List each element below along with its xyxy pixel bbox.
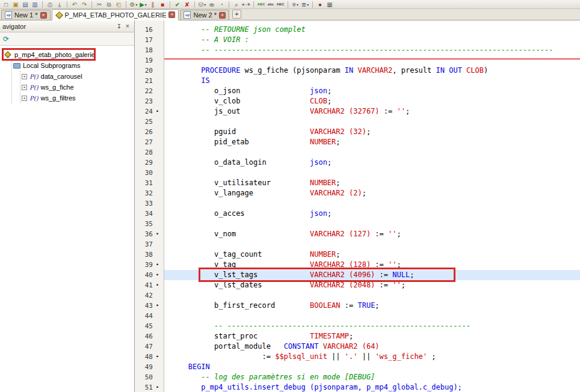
marker-empty	[153, 239, 162, 250]
tab-close-icon[interactable]: ✕	[219, 12, 226, 19]
tab-new-1[interactable]: sqlNew 1 *✕	[1, 10, 51, 20]
expand-icon[interactable]: +	[22, 74, 27, 79]
code-line-34[interactable]: 34 o_acces json;	[135, 209, 580, 219]
execute-dropdown-arrow[interactable]: ▾	[145, 2, 147, 7]
find-icon[interactable]: ⌕	[232, 1, 241, 8]
database-objects-icon[interactable]: ⛁▾	[198, 1, 206, 8]
indent-dropdown-arrow[interactable]: ▾	[297, 2, 298, 7]
outdent-icon[interactable]: ≣▾	[301, 1, 309, 8]
copy-icon[interactable]: ⧉	[105, 1, 113, 8]
code-line-44[interactable]: 44	[135, 311, 580, 321]
code-line-42[interactable]: 42	[135, 290, 580, 301]
code-line-32[interactable]: 32 v_langage VARCHAR2 (2);	[135, 188, 580, 198]
tab-close-icon[interactable]: ✕	[40, 12, 47, 19]
code-line-36[interactable]: 36• v_nom VARCHAR2 (127) := '';	[135, 229, 580, 239]
tab-new-2[interactable]: sqlNew 2 *✕	[180, 10, 229, 20]
code-line-45[interactable]: 45 -- ----------------------------------…	[135, 321, 580, 331]
code-line-26[interactable]: 26 pguid VARCHAR2 (32);	[135, 127, 580, 137]
expand-icon[interactable]: +	[22, 85, 27, 90]
tree-item-ws_g_filtres[interactable]: +P()ws_g_filtres	[22, 93, 134, 103]
save-glyph: ▤	[22, 1, 28, 8]
commit-icon[interactable]: ✔	[173, 1, 182, 8]
replace-icon[interactable]: a→b	[242, 1, 250, 8]
gutter-cell: 29	[135, 158, 164, 168]
save-all-icon[interactable]: ▥	[31, 1, 39, 8]
rollback-icon[interactable]: ✘	[183, 1, 191, 8]
code-line-22[interactable]: 22 o_json json;	[135, 86, 580, 96]
copy-glyph: ⧉	[106, 1, 111, 8]
redo-icon[interactable]: ↷	[80, 1, 88, 8]
code-line-16[interactable]: 16 -- RETOURNE json complet	[135, 25, 580, 35]
open-file-icon[interactable]: ▣	[11, 1, 20, 8]
export-glyph: ⤓	[58, 1, 61, 8]
pin-icon[interactable]: ↧	[115, 22, 123, 31]
tab-p-mp4-etab-photo-galerie[interactable]: P_MP4_ETAB_PHOTO_GALERIE✕	[52, 9, 179, 20]
code-line-40[interactable]: 40• v_lst_tags VARCHAR2 (4096) := NULL;	[135, 270, 580, 280]
spell-check-icon[interactable]: ABC	[257, 1, 265, 8]
code-line-38[interactable]: 38 v_tag_count NUMBER;	[135, 250, 580, 260]
tab-close-icon[interactable]: ✕	[168, 11, 175, 18]
code-line-17[interactable]: 17 -- A VOIR :	[135, 35, 580, 45]
tree-item-data_carousel[interactable]: +P()data_carousel	[22, 71, 134, 82]
code-line-27[interactable]: 27 pid_etab NUMBER;	[135, 137, 580, 147]
expand-icon[interactable]: +	[22, 96, 27, 101]
code-line-37[interactable]: 37	[135, 239, 580, 250]
add-tab-button[interactable]: +	[232, 10, 241, 19]
code-line-21[interactable]: 21 IS	[135, 76, 580, 86]
code-line-20[interactable]: 20 PROCEDURE ws_g_fiche (pjsonparam IN V…	[135, 66, 580, 76]
code-line-30[interactable]: 30	[135, 168, 580, 178]
stop-icon[interactable]: ■	[158, 1, 167, 8]
code-line-51[interactable]: 51• p_mp4_utils.insert_debug (pjsonparam…	[135, 382, 580, 392]
sessions-glyph: ⛂	[209, 1, 214, 8]
code-text	[164, 219, 580, 229]
lowercase-icon[interactable]: abc	[267, 1, 275, 8]
database-objects-dropdown-arrow[interactable]: ▾	[204, 2, 206, 7]
new-document-icon[interactable]: □	[2, 1, 10, 8]
undo-icon[interactable]: ↶	[70, 1, 79, 8]
code-line-19[interactable]: 19	[135, 55, 580, 66]
cut-icon[interactable]: ✂	[95, 1, 103, 8]
code-line-41[interactable]: 41• v_lst_dates VARCHAR2 (2048) := '';	[135, 280, 580, 290]
pause-icon[interactable]: ∥	[149, 1, 157, 8]
print-icon[interactable]: ⎙	[46, 1, 54, 8]
code-editor[interactable]: 16 -- RETOURNE json complet17 -- A VOIR …	[135, 20, 580, 392]
code-line-18[interactable]: 18 -- ----------------------------------…	[135, 45, 580, 55]
code-line-33[interactable]: 33	[135, 198, 580, 209]
code-line-29[interactable]: 29 o_data_login json;	[135, 158, 580, 168]
execute-icon[interactable]: ▶▾	[139, 1, 147, 8]
code-line-47[interactable]: 47 portal_module CONSTANT VARCHAR2 (64)	[135, 341, 580, 352]
compile-dropdown-arrow[interactable]: ▾	[135, 2, 137, 7]
code-segment: IS	[201, 76, 209, 85]
code-line-49[interactable]: 49 BEGIN	[135, 362, 580, 372]
indent-icon[interactable]: ≡▾	[291, 1, 300, 8]
sessions-icon[interactable]: ⛂	[208, 1, 216, 8]
gutter-cell: 24•	[135, 106, 164, 117]
uppercase-icon[interactable]: ABC	[276, 1, 285, 8]
tree-item-package[interactable]: p_mp4_etab_photo_galerie	[4, 49, 134, 60]
close-icon[interactable]: ×	[123, 22, 132, 31]
export-icon[interactable]: ⤓	[55, 1, 64, 8]
code-line-24[interactable]: 24• js_out VARCHAR2 (32767) := '';	[135, 106, 580, 117]
code-segment: v_clob	[175, 97, 310, 105]
macro-record-icon[interactable]: ●	[316, 1, 324, 8]
paste-icon[interactable]: ⎗	[114, 1, 123, 8]
code-line-39[interactable]: 39• v_tag VARCHAR2 (128) := '';	[135, 260, 580, 270]
tree-item-local-subprograms[interactable]: Local Subprograms	[13, 60, 134, 71]
code-line-46[interactable]: 46 start_proc TIMESTAMP;	[135, 331, 580, 341]
outdent-dropdown-arrow[interactable]: ▾	[307, 2, 309, 7]
gutter-cell: 31	[135, 178, 164, 188]
code-line-50[interactable]: 50 -- log des paramètres si en mode [DEB…	[135, 372, 580, 382]
refresh-icon[interactable]: ⟳	[3, 35, 9, 43]
code-line-25[interactable]: 25	[135, 117, 580, 127]
tree-item-ws_g_fiche[interactable]: +P()ws_g_fiche	[22, 82, 134, 93]
code-line-35[interactable]: 35	[135, 219, 580, 229]
window-layout-icon[interactable]: ▦	[325, 1, 334, 8]
scheduler-icon[interactable]: ◔	[217, 1, 226, 8]
code-line-31[interactable]: 31 v_utilisateur NUMBER;	[135, 178, 580, 188]
save-icon[interactable]: ▤	[21, 1, 29, 8]
code-line-23[interactable]: 23 v_clob CLOB;	[135, 96, 580, 106]
compile-icon[interactable]: ⚙▾	[129, 1, 138, 8]
code-line-48[interactable]: 48• := $$plsql_unit || '.' || 'ws_g_fich…	[135, 352, 580, 362]
code-line-28[interactable]: 28	[135, 147, 580, 158]
code-line-43[interactable]: 43• b_first_record BOOLEAN := TRUE;	[135, 301, 580, 311]
